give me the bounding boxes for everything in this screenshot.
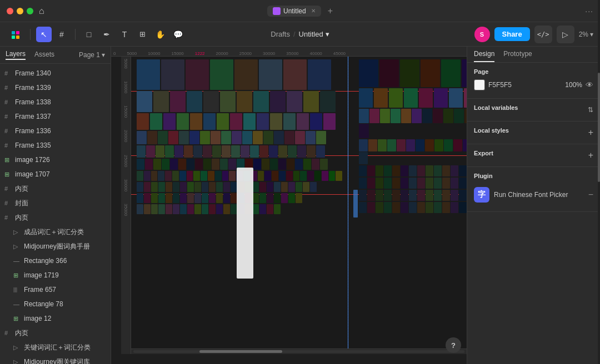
canvas-frame bbox=[284, 131, 294, 144]
frame-tool[interactable]: # bbox=[54, 27, 69, 42]
plugin-item-font-picker: 字 Run Chinese Font Picker − bbox=[474, 184, 593, 206]
layer-name: 内页 bbox=[15, 213, 28, 223]
section-plugin: Plugin 字 Run Chinese Font Picker − bbox=[467, 167, 600, 212]
canvas-frame bbox=[190, 113, 202, 130]
play-button[interactable]: ▷ bbox=[557, 26, 574, 43]
main-menu-button[interactable] bbox=[7, 27, 24, 42]
move-tool[interactable]: ↖ bbox=[36, 27, 52, 42]
canvas-frame bbox=[170, 91, 186, 112]
tab-design[interactable]: Design bbox=[474, 50, 494, 62]
canvas-frame bbox=[163, 113, 176, 130]
home-icon[interactable]: ⌂ bbox=[39, 6, 44, 16]
tab-close-icon[interactable]: ✕ bbox=[311, 8, 316, 14]
canvas-frame bbox=[137, 159, 144, 170]
plugin-remove-icon[interactable]: − bbox=[588, 190, 593, 200]
drafts-link[interactable]: Drafts bbox=[271, 30, 290, 38]
layer-frame1338[interactable]: # Frame 1338 bbox=[0, 95, 111, 109]
canvas-frame bbox=[178, 159, 186, 170]
local-variables-header: Local variables ⇅ bbox=[474, 104, 593, 115]
layer-frame657[interactable]: ||| Frame 657 bbox=[0, 282, 111, 297]
image-icon: ⊞ bbox=[4, 156, 12, 164]
group-icon: ▷ bbox=[13, 344, 21, 351]
tab-prototype[interactable]: Prototype bbox=[503, 50, 532, 62]
local-styles-add-icon[interactable]: + bbox=[588, 128, 593, 138]
new-tab-button[interactable]: + bbox=[328, 6, 333, 16]
canvas-frame bbox=[270, 113, 282, 130]
canvas-content[interactable]: 5000 10000 15000 20000 25000 30000 35000 bbox=[121, 57, 467, 354]
layer-image1707[interactable]: ⊞ image 1707 bbox=[0, 167, 111, 181]
canvas-frame bbox=[287, 91, 302, 112]
sidebar-scrollbar-thumb[interactable] bbox=[598, 73, 600, 182]
layer-frame1336[interactable]: # Frame 1336 bbox=[0, 124, 111, 138]
canvas-viewport[interactable] bbox=[131, 57, 467, 348]
pen-tool[interactable]: ✒ bbox=[99, 27, 114, 42]
canvas-frame bbox=[263, 131, 273, 144]
layer-frame1340[interactable]: # Frame 1340 bbox=[0, 66, 111, 80]
page-color-swatch[interactable] bbox=[474, 79, 485, 90]
code-view-button[interactable]: </> bbox=[534, 26, 552, 43]
layer-guanjianchi[interactable]: ▷ 关键词词汇＋词汇分类 bbox=[0, 340, 111, 355]
page-visibility-icon[interactable]: 👁 bbox=[586, 80, 593, 89]
active-tab[interactable]: Untitled ✕ bbox=[267, 6, 321, 17]
component-tool[interactable]: ⊞ bbox=[134, 27, 150, 42]
layer-image12[interactable]: ⊞ image 12 bbox=[0, 311, 111, 326]
frame-icon: # bbox=[4, 330, 12, 336]
layer-neiye1[interactable]: # 内页 bbox=[0, 181, 111, 196]
more-options-icon[interactable]: ··· bbox=[585, 7, 593, 16]
section-page-title: Page bbox=[474, 68, 593, 75]
local-variables-title: Local variables bbox=[474, 104, 518, 111]
help-button[interactable]: ? bbox=[446, 337, 461, 353]
layer-midjourney1[interactable]: ▷ Midjourney圏词典手册 bbox=[0, 239, 111, 254]
export-add-icon[interactable]: + bbox=[588, 150, 593, 160]
ruler-5000: 5000 bbox=[127, 51, 148, 56]
layer-midjourney2[interactable]: ▷ Midjourney圏关键词库 bbox=[0, 355, 111, 364]
hand-tool[interactable]: ✋ bbox=[152, 27, 168, 42]
tab-layers[interactable]: Layers bbox=[6, 50, 26, 60]
layer-image1719[interactable]: ⊞ image 1719 bbox=[0, 268, 111, 282]
scrollbar-track bbox=[133, 350, 464, 353]
canvas-frame bbox=[231, 145, 240, 158]
canvas-frame bbox=[270, 91, 286, 112]
local-variables-icon[interactable]: ⇅ bbox=[588, 106, 593, 114]
group-icon: ▷ bbox=[13, 243, 21, 250]
canvas-frame bbox=[162, 159, 169, 170]
canvas-frame bbox=[297, 145, 306, 158]
sidebar-scrollbar[interactable] bbox=[598, 0, 600, 364]
canvas-frame bbox=[177, 113, 189, 130]
share-button[interactable]: Share bbox=[494, 27, 530, 41]
layer-fengmian[interactable]: # 封面 bbox=[0, 196, 111, 210]
rectangle-tool[interactable]: □ bbox=[81, 27, 97, 42]
layer-frame1337[interactable]: # Frame 1337 bbox=[0, 109, 111, 124]
canvas-area[interactable]: 0 5000 10000 15000 1222 20000 25000 3000… bbox=[111, 47, 467, 364]
canvas-frame bbox=[259, 145, 268, 158]
export-title: Export bbox=[474, 150, 493, 156]
scrollbar-thumb[interactable] bbox=[199, 350, 282, 353]
canvas-frame bbox=[320, 91, 336, 112]
layer-rect78[interactable]: — Rectangle 78 bbox=[0, 297, 111, 311]
zoom-indicator[interactable]: 2% ▾ bbox=[579, 31, 593, 38]
layer-rect366a[interactable]: — Rectangle 366 bbox=[0, 254, 111, 268]
layer-frame1339[interactable]: # Frame 1339 bbox=[0, 80, 111, 95]
canvas-frame bbox=[137, 131, 147, 144]
layer-chengpin[interactable]: ▷ 成品词汇＋词汇分类 bbox=[0, 225, 111, 239]
page-color-value: F5F5F5 bbox=[488, 81, 562, 89]
close-button[interactable] bbox=[7, 8, 13, 14]
layer-frame1335[interactable]: # Frame 1335 bbox=[0, 138, 111, 153]
layer-name: Midjourney圏词典手册 bbox=[24, 242, 90, 251]
layer-neiye2[interactable]: # 内页 bbox=[0, 210, 111, 225]
tab-assets[interactable]: Assets bbox=[34, 50, 54, 59]
canvas-frame bbox=[150, 113, 162, 130]
text-tool[interactable]: T bbox=[117, 27, 132, 42]
canvas-frame bbox=[316, 131, 326, 144]
filename-dropdown-icon[interactable]: ▾ bbox=[326, 30, 329, 38]
maximize-button[interactable] bbox=[27, 8, 33, 14]
comment-tool[interactable]: 💬 bbox=[170, 27, 186, 42]
layer-image1726[interactable]: ⊞ image 1726 bbox=[0, 153, 111, 167]
page-indicator[interactable]: Page 1 ▾ bbox=[79, 51, 105, 59]
minimize-button[interactable] bbox=[17, 8, 23, 14]
layer-name: image 1707 bbox=[15, 170, 50, 178]
horizontal-scrollbar[interactable] bbox=[131, 348, 467, 354]
page-dropdown-icon: ▾ bbox=[102, 51, 105, 59]
layer-neiye3[interactable]: # 内页 bbox=[0, 326, 111, 340]
canvas-frame bbox=[153, 91, 169, 112]
